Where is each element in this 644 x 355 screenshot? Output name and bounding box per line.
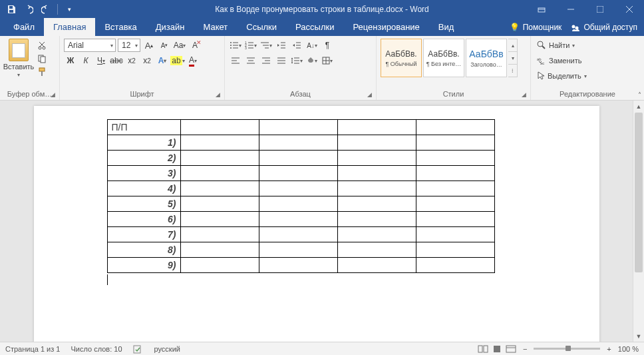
table-cell[interactable]: 5)	[107, 196, 180, 212]
replace-button[interactable]: abac Заменить	[535, 54, 640, 67]
underline-icon[interactable]: Ч	[94, 54, 108, 67]
table-cell[interactable]	[180, 258, 259, 273]
table-cell[interactable]	[259, 196, 337, 212]
table-cell[interactable]	[337, 212, 416, 227]
table-cell[interactable]	[337, 151, 416, 166]
table-cell[interactable]	[180, 242, 259, 258]
tab-design[interactable]: Дизайн	[146, 18, 194, 36]
table-cell[interactable]: 8)	[107, 242, 180, 258]
decrease-indent-icon[interactable]	[275, 39, 288, 52]
document-scroll[interactable]: П/П 1) 2) 3) 4) 5) 6) 7) 8) 9)	[0, 101, 633, 342]
tab-home[interactable]: Главная	[44, 18, 95, 36]
tab-references[interactable]: Ссылки	[237, 18, 286, 36]
tab-insert[interactable]: Вставка	[95, 18, 146, 36]
table-cell[interactable]	[416, 135, 494, 151]
language-status[interactable]: русский	[154, 345, 180, 353]
table-cell[interactable]	[337, 166, 416, 181]
table-cell[interactable]	[259, 212, 337, 227]
align-left-icon[interactable]	[229, 54, 242, 67]
style-normal[interactable]: АаБбВв. ¶ Обычный	[381, 39, 422, 77]
copy-icon[interactable]	[36, 53, 48, 64]
web-layout-icon[interactable]	[506, 345, 516, 353]
table-cell[interactable]: 9)	[107, 258, 180, 273]
table-cell[interactable]	[180, 196, 259, 212]
style-no-spacing[interactable]: АаБбВв. ¶ Без инте…	[423, 39, 464, 77]
subscript-icon[interactable]: x2	[125, 54, 138, 67]
print-layout-icon[interactable]	[492, 345, 502, 353]
highlight-icon[interactable]: ab	[171, 54, 184, 67]
table-cell[interactable]	[180, 135, 259, 151]
table-cell[interactable]	[259, 181, 337, 196]
table-cell[interactable]	[337, 120, 416, 135]
table-cell[interactable]	[180, 227, 259, 242]
close-icon[interactable]	[615, 0, 644, 19]
italic-icon[interactable]: К	[79, 54, 92, 67]
dialog-launcher-icon[interactable]: ◢	[216, 91, 220, 98]
align-center-icon[interactable]	[244, 54, 257, 67]
strikethrough-icon[interactable]: abc	[110, 54, 123, 67]
qat-customize-icon[interactable]: ▾	[63, 3, 75, 15]
dialog-launcher-icon[interactable]: ◢	[522, 91, 526, 98]
collapse-ribbon-icon[interactable]: ˄	[638, 91, 641, 99]
increase-indent-icon[interactable]	[290, 39, 303, 52]
dialog-launcher-icon[interactable]: ◢	[367, 91, 372, 98]
table-cell[interactable]	[259, 258, 337, 273]
zoom-level[interactable]: 100 %	[618, 345, 639, 353]
table-cell[interactable]	[180, 120, 259, 135]
table-cell[interactable]	[180, 181, 259, 196]
table-cell[interactable]	[416, 258, 494, 273]
font-color-icon[interactable]: A	[186, 54, 200, 67]
read-mode-icon[interactable]	[478, 345, 488, 353]
page-status[interactable]: Страница 1 из 1	[5, 345, 60, 353]
sort-icon[interactable]: A↓	[305, 39, 319, 52]
table-cell[interactable]	[337, 227, 416, 242]
table-cell[interactable]	[180, 212, 259, 227]
tab-layout[interactable]: Макет	[194, 18, 237, 36]
table-cell[interactable]: 3)	[107, 166, 180, 181]
document-table[interactable]: П/П 1) 2) 3) 4) 5) 6) 7) 8) 9)	[107, 119, 495, 273]
tab-file[interactable]: Файл	[4, 18, 44, 36]
table-cell[interactable]	[416, 151, 494, 166]
table-cell[interactable]	[180, 166, 259, 181]
table-cell[interactable]	[416, 212, 494, 227]
grow-font-icon[interactable]: A▴	[142, 39, 156, 52]
bullets-icon[interactable]	[229, 39, 242, 52]
table-cell[interactable]	[259, 135, 337, 151]
table-cell[interactable]	[337, 196, 416, 212]
table-cell[interactable]	[416, 166, 494, 181]
table-cell[interactable]	[416, 242, 494, 258]
styles-gallery[interactable]: АаБбВв. ¶ Обычный АаБбВв. ¶ Без инте… Аа…	[381, 39, 518, 77]
bold-icon[interactable]: Ж	[64, 54, 77, 67]
word-count[interactable]: Число слов: 10	[71, 345, 122, 353]
table-cell[interactable]: 1)	[107, 135, 180, 151]
scroll-down-icon[interactable]: ▼	[633, 330, 644, 342]
text-effects-icon[interactable]: A	[156, 54, 169, 67]
tell-me[interactable]: 💡 Помощник	[510, 23, 562, 32]
numbering-icon[interactable]: 123	[244, 39, 257, 52]
tab-review[interactable]: Рецензирование	[343, 18, 428, 36]
format-painter-icon[interactable]	[36, 67, 48, 77]
line-spacing-icon[interactable]	[290, 54, 303, 67]
table-cell[interactable]	[337, 181, 416, 196]
table-cell[interactable]	[259, 166, 337, 181]
zoom-slider[interactable]	[534, 348, 600, 350]
table-cell[interactable]: 4)	[107, 181, 180, 196]
table-cell[interactable]	[416, 227, 494, 242]
justify-icon[interactable]	[275, 54, 288, 67]
tab-view[interactable]: Вид	[429, 18, 464, 36]
cut-icon[interactable]	[36, 40, 48, 51]
table-cell[interactable]	[337, 258, 416, 273]
share-button[interactable]: Общий доступ	[571, 23, 637, 32]
table-cell[interactable]: 2)	[107, 151, 180, 166]
shading-icon[interactable]	[305, 54, 319, 67]
borders-icon[interactable]	[321, 54, 334, 67]
scroll-up-icon[interactable]: ▲	[633, 101, 644, 112]
find-button[interactable]: Найти	[535, 39, 640, 52]
table-cell[interactable]: 7)	[107, 227, 180, 242]
zoom-in-icon[interactable]: +	[604, 345, 613, 353]
redo-icon[interactable]	[40, 3, 52, 15]
paste-button[interactable]: Вставить ▾	[4, 39, 33, 78]
clear-formatting-icon[interactable]: A✕	[188, 39, 202, 52]
font-size-combo[interactable]: 12	[118, 39, 140, 52]
table-cell[interactable]: П/П	[107, 120, 180, 135]
